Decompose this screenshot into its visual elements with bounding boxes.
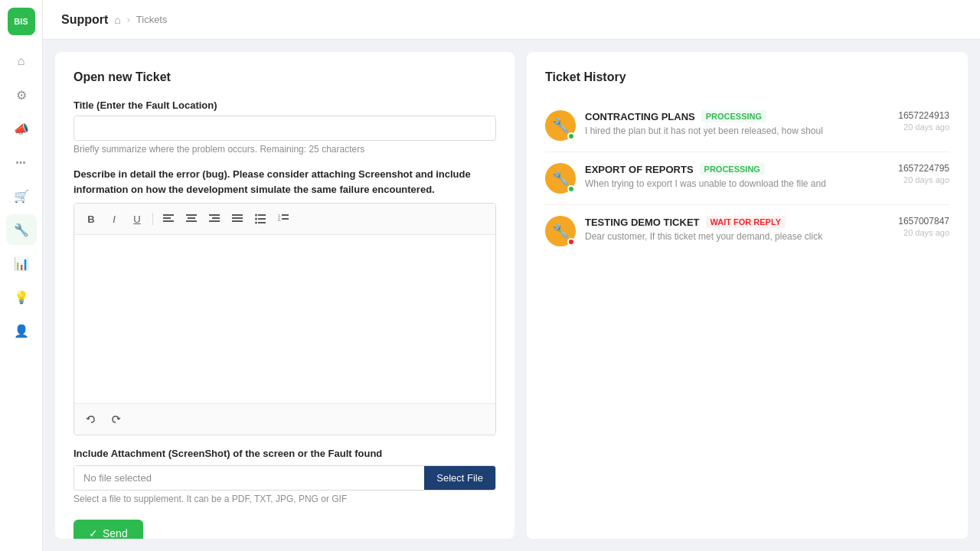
svg-rect-7 bbox=[212, 217, 220, 219]
ticket-item[interactable]: 🔧 CONTRACTING PLANS PROCESSING I hired t… bbox=[545, 99, 949, 152]
svg-rect-8 bbox=[209, 220, 220, 222]
svg-rect-6 bbox=[209, 214, 220, 216]
svg-rect-10 bbox=[232, 217, 243, 219]
header: Support ⌂ › Tickets bbox=[43, 0, 980, 40]
ticket-id-3: 1657007847 bbox=[898, 216, 949, 227]
attachment-label: Include Attachment (ScreenShot) of the s… bbox=[74, 448, 496, 459]
svg-rect-2 bbox=[163, 220, 174, 222]
ticket-meta-3: 1657007847 20 days ago bbox=[898, 216, 949, 237]
editor-body[interactable] bbox=[74, 235, 495, 403]
svg-text:2.: 2. bbox=[278, 217, 281, 222]
ticket-name-row-3: TESTING DEMO TICKET WAIT FOR REPLY bbox=[585, 216, 889, 228]
ticket-name-row-2: EXPORT OF REPORTS PROCESSING bbox=[585, 163, 889, 175]
svg-rect-13 bbox=[258, 214, 266, 216]
align-center-button[interactable] bbox=[181, 208, 202, 230]
ticket-avatar-1: 🔧 bbox=[545, 110, 576, 141]
ticket-id-1: 1657224913 bbox=[898, 110, 949, 121]
ticket-name-row-1: CONTRACTING PLANS PROCESSING bbox=[585, 110, 889, 122]
title-input[interactable] bbox=[74, 116, 496, 141]
title-form-group: Title (Enter the Fault Location) Briefly… bbox=[74, 99, 496, 155]
sidebar-item-campaigns[interactable]: 📣 bbox=[6, 113, 37, 144]
ticket-id-2: 1657224795 bbox=[898, 163, 949, 174]
svg-rect-5 bbox=[186, 220, 197, 222]
home-breadcrumb-icon[interactable]: ⌂ bbox=[114, 14, 120, 26]
ticket-time-2: 20 days ago bbox=[898, 175, 949, 184]
list-ordered-button[interactable]: 1. 2. bbox=[273, 208, 294, 230]
align-justify-button[interactable] bbox=[227, 208, 248, 230]
ticket-name-2: EXPORT OF REPORTS bbox=[585, 164, 694, 175]
ticket-history-panel: Ticket History 🔧 CONTRACTING PLANS PROCE… bbox=[527, 52, 968, 539]
sidebar-item-more[interactable]: ••• bbox=[6, 147, 37, 178]
editor-toolbar: B I U bbox=[74, 204, 495, 235]
svg-point-16 bbox=[255, 222, 257, 224]
page-title: Support bbox=[61, 13, 108, 27]
ticket-info-1: CONTRACTING PLANS PROCESSING I hired the… bbox=[585, 110, 889, 136]
open-ticket-panel: Open new Ticket Title (Enter the Fault L… bbox=[55, 52, 514, 539]
svg-rect-3 bbox=[186, 214, 197, 216]
svg-rect-19 bbox=[282, 214, 289, 216]
file-name-display: No file selected bbox=[74, 466, 424, 490]
ticket-time-1: 20 days ago bbox=[898, 122, 949, 132]
open-ticket-title: Open new Ticket bbox=[74, 70, 496, 84]
undo-button[interactable] bbox=[80, 409, 102, 430]
ticket-name-1: CONTRACTING PLANS bbox=[585, 111, 695, 122]
sidebar-item-ideas[interactable]: 💡 bbox=[6, 282, 37, 312]
status-dot-3 bbox=[567, 238, 575, 246]
svg-rect-21 bbox=[282, 218, 289, 220]
ticket-info-2: EXPORT OF REPORTS PROCESSING When trying… bbox=[585, 163, 889, 189]
ticket-time-3: 20 days ago bbox=[898, 228, 949, 237]
ticket-avatar-3: 🔧 bbox=[545, 216, 576, 246]
description-label: Describe in detail the error (bug). Plea… bbox=[74, 167, 496, 197]
svg-rect-15 bbox=[258, 218, 266, 220]
title-hint: Briefly summarize where the problem occu… bbox=[74, 144, 496, 155]
svg-point-14 bbox=[255, 218, 257, 220]
breadcrumb-tickets: Tickets bbox=[136, 14, 168, 25]
send-label: Send bbox=[103, 527, 128, 539]
bold-button[interactable]: B bbox=[80, 208, 102, 230]
ticket-history-title: Ticket History bbox=[545, 70, 949, 84]
svg-rect-17 bbox=[258, 222, 266, 223]
ticket-preview-3: Dear customer, If this ticket met your d… bbox=[585, 231, 845, 242]
ticket-meta-2: 1657224795 20 days ago bbox=[898, 163, 949, 184]
redo-button[interactable] bbox=[105, 409, 126, 430]
editor-container: B I U bbox=[74, 203, 496, 435]
sidebar-item-cart[interactable]: 🛒 bbox=[6, 181, 37, 211]
ticket-badge-1: PROCESSING bbox=[701, 110, 766, 122]
sidebar-item-tools[interactable]: 🔧 bbox=[6, 214, 37, 245]
status-dot-2 bbox=[567, 185, 575, 193]
list-unordered-button[interactable] bbox=[250, 208, 271, 230]
select-file-button[interactable]: Select File bbox=[424, 466, 495, 490]
sidebar: BIS ⌂ ⚙ 📣 ••• 🛒 🔧 📊 💡 👤 bbox=[0, 0, 43, 551]
wrench-icon-1: 🔧 bbox=[552, 117, 569, 134]
svg-rect-11 bbox=[232, 220, 243, 222]
svg-rect-1 bbox=[163, 217, 171, 219]
toolbar-divider-1 bbox=[152, 213, 153, 225]
file-input-row: No file selected Select File bbox=[74, 465, 496, 491]
wrench-icon-3: 🔧 bbox=[552, 223, 569, 240]
ticket-meta-1: 1657224913 20 days ago bbox=[898, 110, 949, 132]
send-check-icon: ✓ bbox=[89, 527, 98, 539]
italic-button[interactable]: I bbox=[103, 208, 125, 230]
sidebar-item-analytics[interactable]: 📊 bbox=[6, 248, 37, 279]
ticket-badge-2: PROCESSING bbox=[700, 163, 765, 175]
ticket-item[interactable]: 🔧 EXPORT OF REPORTS PROCESSING When tryi… bbox=[545, 152, 949, 205]
sidebar-item-profile[interactable]: 👤 bbox=[6, 315, 37, 346]
underline-button[interactable]: U bbox=[126, 208, 148, 230]
ticket-badge-3: WAIT FOR REPLY bbox=[706, 216, 786, 228]
editor-footer bbox=[74, 403, 495, 435]
sidebar-item-home[interactable]: ⌂ bbox=[6, 46, 37, 77]
align-right-button[interactable] bbox=[204, 208, 225, 230]
ticket-name-3: TESTING DEMO TICKET bbox=[585, 217, 700, 228]
ticket-item[interactable]: 🔧 TESTING DEMO TICKET WAIT FOR REPLY Dea… bbox=[545, 205, 949, 257]
wrench-icon-2: 🔧 bbox=[552, 170, 569, 187]
logo: BIS bbox=[8, 8, 35, 35]
svg-rect-4 bbox=[188, 217, 195, 219]
ticket-avatar-2: 🔧 bbox=[545, 163, 576, 194]
send-button[interactable]: ✓ Send bbox=[74, 520, 143, 539]
svg-point-12 bbox=[255, 214, 257, 217]
status-dot-1 bbox=[567, 132, 575, 140]
main-area: Support ⌂ › Tickets Open new Ticket Titl… bbox=[43, 0, 980, 551]
sidebar-item-settings[interactable]: ⚙ bbox=[6, 80, 37, 110]
align-left-button[interactable] bbox=[158, 208, 179, 230]
content-area: Open new Ticket Title (Enter the Fault L… bbox=[43, 40, 980, 551]
